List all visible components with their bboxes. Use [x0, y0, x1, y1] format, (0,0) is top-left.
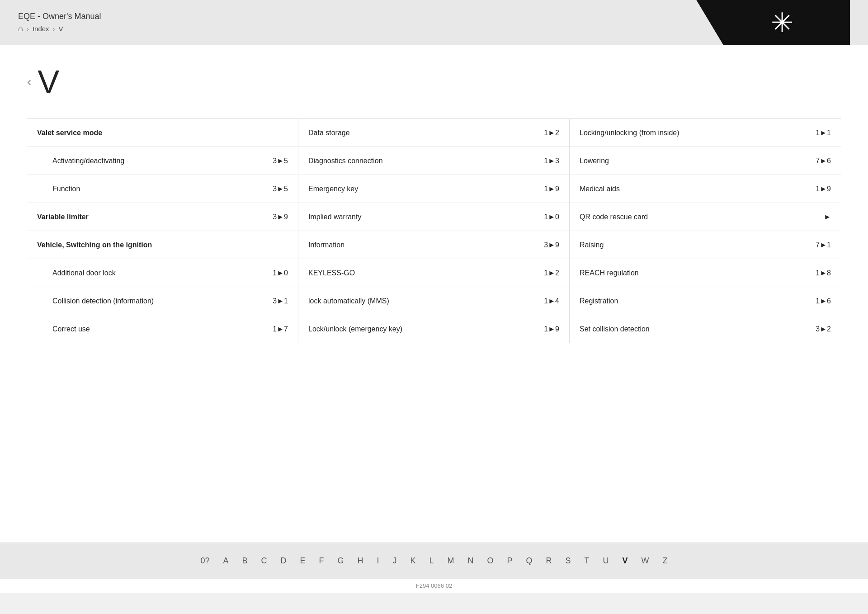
entry-label: Lowering — [580, 157, 816, 165]
entry-label: Diagnostics connection — [308, 157, 544, 165]
column-1: Valet service mode Activating/deactivati… — [27, 119, 298, 343]
alpha-item-u[interactable]: U — [600, 554, 612, 567]
entry-label: Information — [308, 241, 544, 249]
entry-page: 1►2 — [544, 269, 559, 277]
alpha-item-g[interactable]: G — [335, 554, 346, 567]
alpha-item-a[interactable]: A — [220, 554, 231, 567]
breadcrumb-index[interactable]: Index — [33, 25, 49, 33]
entry-label: lock automatically (MMS) — [308, 297, 544, 305]
list-item[interactable]: Lowering 7►6 — [570, 147, 841, 175]
alpha-item-f[interactable]: F — [316, 554, 326, 567]
footer: 0? A B C D E F G H I J K L M N O P Q R S… — [0, 543, 868, 579]
alpha-item-t[interactable]: T — [582, 554, 592, 567]
entry-page: 1►9 — [816, 185, 831, 193]
entry-page: 1►0 — [544, 213, 559, 221]
alpha-item-b[interactable]: B — [239, 554, 250, 567]
alpha-item-e[interactable]: E — [297, 554, 308, 567]
entry-page: 7►1 — [816, 241, 831, 249]
entry-label: Function — [52, 185, 273, 193]
entry-label: Vehicle, Switching on the ignition — [37, 241, 288, 249]
list-item[interactable]: Activating/deactivating 3►5 — [27, 147, 298, 175]
entry-page: 1►9 — [544, 185, 559, 193]
entry-page: 1►1 — [816, 129, 831, 137]
list-item[interactable]: Information 3►9 — [298, 231, 569, 259]
list-item[interactable]: Function 3►5 — [27, 175, 298, 203]
list-item[interactable]: Raising 7►1 — [570, 231, 841, 259]
mercedes-logo: ✳ — [696, 0, 850, 45]
document-id: F294 0066 02 — [0, 579, 868, 593]
entry-label: Data storage — [308, 129, 544, 137]
mercedes-star-icon: ✳ — [771, 7, 793, 38]
list-item[interactable]: Data storage 1►2 — [298, 119, 569, 147]
entry-page: 3►9 — [273, 213, 288, 221]
entry-page: 3►1 — [273, 297, 288, 305]
alpha-item-i[interactable]: I — [374, 554, 382, 567]
entry-page: 1►8 — [816, 269, 831, 277]
prev-letter-arrow[interactable]: ‹ — [27, 75, 31, 89]
alpha-item-w[interactable]: W — [639, 554, 652, 567]
entry-label: Emergency key — [308, 185, 544, 193]
alpha-item-c[interactable]: C — [258, 554, 269, 567]
alpha-item-k[interactable]: K — [408, 554, 419, 567]
list-item[interactable]: Correct use 1►7 — [27, 315, 298, 343]
alpha-item-v[interactable]: V — [620, 554, 631, 567]
entry-label: Correct use — [52, 325, 273, 333]
list-item[interactable]: Diagnostics connection 1►3 — [298, 147, 569, 175]
entry-label: Raising — [580, 241, 816, 249]
entry-label: QR code rescue card — [580, 213, 824, 221]
entry-page: 1►0 — [273, 269, 288, 277]
list-item[interactable]: Variable limiter 3►9 — [27, 203, 298, 231]
list-item[interactable]: Additional door lock 1►0 — [27, 259, 298, 287]
entry-page: 7►6 — [816, 157, 831, 165]
entry-label: KEYLESS-GO — [308, 269, 544, 277]
header-left: EQE - Owner's Manual ⌂ › Index › V — [18, 12, 101, 33]
list-item[interactable]: Vehicle, Switching on the ignition — [27, 231, 298, 259]
entry-label: Collision detection (information) — [52, 297, 273, 305]
alpha-item-m[interactable]: M — [445, 554, 457, 567]
alpha-item-z[interactable]: Z — [660, 554, 670, 567]
alpha-item-d[interactable]: D — [278, 554, 289, 567]
manual-title: EQE - Owner's Manual — [18, 12, 101, 21]
entry-label: Implied warranty — [308, 213, 544, 221]
entry-page: 1►7 — [273, 325, 288, 333]
alpha-item-h[interactable]: H — [354, 554, 366, 567]
entry-page: 3►5 — [273, 157, 288, 165]
list-item[interactable]: Lock/unlock (emergency key) 1►9 — [298, 315, 569, 343]
alpha-item-q[interactable]: Q — [524, 554, 535, 567]
entry-page: 1►4 — [544, 297, 559, 305]
list-item[interactable]: Medical aids 1►9 — [570, 175, 841, 203]
alpha-item-p[interactable]: P — [505, 554, 515, 567]
list-item[interactable]: Locking/unlocking (from inside) 1►1 — [570, 119, 841, 147]
entry-label: Medical aids — [580, 185, 816, 193]
entry-page: 1►6 — [816, 297, 831, 305]
entry-label: Set collision detection — [580, 325, 816, 333]
entry-page: 3►5 — [273, 185, 288, 193]
alpha-item-o[interactable]: O — [485, 554, 496, 567]
list-item[interactable]: Set collision detection 3►2 — [570, 315, 841, 343]
alpha-item-0[interactable]: 0? — [198, 554, 212, 567]
column-3: Locking/unlocking (from inside) 1►1 Lowe… — [570, 119, 841, 343]
list-item[interactable]: QR code rescue card ► — [570, 203, 841, 231]
entry-label: Activating/deactivating — [52, 157, 273, 165]
breadcrumb-home-icon[interactable]: ⌂ — [18, 24, 23, 33]
alpha-item-n[interactable]: N — [465, 554, 476, 567]
column-2: Data storage 1►2 Diagnostics connection … — [298, 119, 570, 343]
entry-page: 1►9 — [544, 325, 559, 333]
index-table: Valet service mode Activating/deactivati… — [27, 118, 841, 343]
breadcrumb: ⌂ › Index › V — [18, 24, 101, 33]
list-item[interactable]: lock automatically (MMS) 1►4 — [298, 287, 569, 315]
alpha-item-s[interactable]: S — [563, 554, 574, 567]
list-item[interactable]: Valet service mode — [27, 119, 298, 147]
entry-label: REACH regulation — [580, 269, 816, 277]
alpha-item-l[interactable]: L — [427, 554, 437, 567]
list-item[interactable]: Emergency key 1►9 — [298, 175, 569, 203]
list-item[interactable]: Collision detection (information) 3►1 — [27, 287, 298, 315]
list-item[interactable]: Registration 1►6 — [570, 287, 841, 315]
alpha-item-j[interactable]: J — [390, 554, 400, 567]
list-item[interactable]: KEYLESS-GO 1►2 — [298, 259, 569, 287]
entry-page: 3►2 — [816, 325, 831, 333]
alpha-item-r[interactable]: R — [543, 554, 555, 567]
header: EQE - Owner's Manual ⌂ › Index › V ✳ — [0, 0, 868, 45]
list-item[interactable]: REACH regulation 1►8 — [570, 259, 841, 287]
list-item[interactable]: Implied warranty 1►0 — [298, 203, 569, 231]
